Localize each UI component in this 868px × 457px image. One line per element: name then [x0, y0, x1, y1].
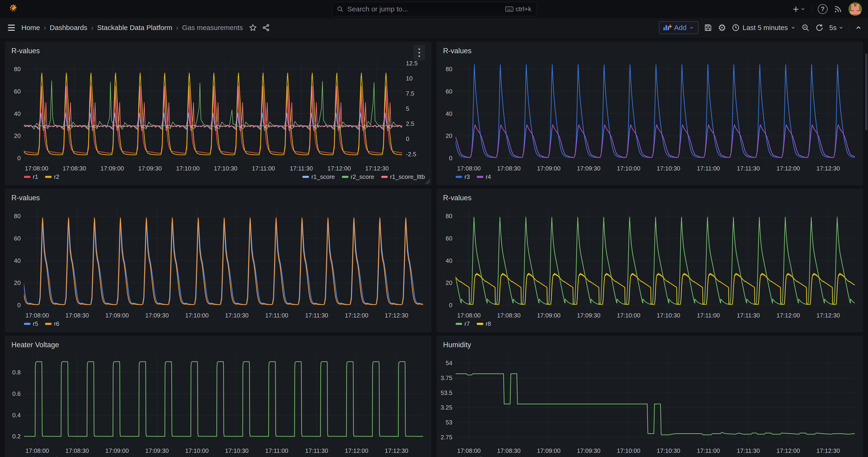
y-axis-tick-label: 0.4	[12, 412, 21, 419]
x-axis-tick-label: 17:12:00	[776, 312, 800, 319]
panel-title[interactable]: R-values	[9, 192, 427, 204]
save-dashboard-icon[interactable]	[704, 24, 712, 32]
x-axis-tick-label: 17:11:30	[290, 165, 313, 172]
panel-title[interactable]: Humidity	[441, 339, 859, 351]
y-axis-tick-label: 40	[14, 110, 21, 117]
panel-chart[interactable]: 52.755353.2553.553.755417:08:0017:08:301…	[441, 351, 859, 455]
add-button[interactable]: + Add	[659, 21, 698, 34]
panel: Humidity52.755353.2553.553.755417:08:001…	[437, 336, 863, 457]
y-axis-tick-label: 54	[445, 360, 453, 367]
x-axis-tick-label: 17:11:00	[252, 165, 275, 172]
x-axis-tick-label: 17:12:30	[365, 165, 389, 172]
legend-item-r1_score_lttb[interactable]: r1_score_lttb	[381, 173, 425, 180]
y-axis-tick-label: 20	[445, 279, 453, 286]
panel: R-values02040608017:08:0017:08:3017:09:0…	[5, 189, 431, 332]
x-axis-tick-label: 17:10:30	[657, 165, 680, 172]
x-axis-tick-label: 17:10:00	[617, 312, 640, 319]
panel-menu-icon[interactable]	[413, 45, 425, 60]
chevron-down-icon	[838, 25, 844, 30]
legend-swatch-icon	[45, 323, 52, 325]
favorite-star-icon[interactable]	[249, 24, 257, 32]
refresh-icon[interactable]	[815, 24, 824, 32]
y-axis-tick-label: 53.5	[441, 389, 453, 396]
refresh-interval-label: 5s	[829, 24, 837, 32]
news-rss-icon[interactable]	[834, 5, 842, 13]
x-axis-tick-label: 17:08:30	[65, 447, 89, 454]
chevron-down-icon	[689, 25, 694, 30]
legend-item-r3[interactable]: r3	[456, 173, 470, 180]
divider	[811, 4, 812, 14]
legend-label: r6	[54, 320, 59, 328]
x-axis-tick-label: 17:08:30	[63, 165, 86, 172]
breadcrumb-home[interactable]: Home	[21, 24, 40, 32]
x-axis-tick-label: 17:09:00	[537, 312, 560, 319]
legend-item-heatervoltage[interactable]: heatervoltage	[24, 456, 69, 457]
series-line-heatervoltage	[9, 362, 427, 436]
legend-item-r5[interactable]: r5	[24, 320, 38, 328]
legend-item-r1_score[interactable]: r1_score	[303, 173, 335, 180]
legend-item-r1[interactable]: r1	[24, 173, 38, 180]
y-axis-tick-label: 53.25	[441, 404, 453, 411]
user-avatar[interactable]	[848, 2, 862, 16]
legend-item-r4[interactable]: r4	[477, 173, 491, 180]
panel-chart[interactable]: 0.20.40.60.817:08:0017:08:3017:09:0017:0…	[9, 351, 427, 455]
x-axis-tick-label: 17:10:30	[657, 447, 680, 454]
x-axis-tick-label: 17:12:00	[776, 165, 800, 172]
panel-title[interactable]: Heater Voltage	[9, 339, 427, 351]
panel-chart[interactable]: 02040608017:08:0017:08:3017:09:0017:09:3…	[441, 57, 859, 173]
grafana-logo-icon[interactable]	[8, 4, 19, 14]
collapse-toolbar-icon[interactable]	[855, 24, 862, 31]
search-input[interactable]: Search or jump to... ctrl+k	[332, 2, 536, 16]
legend-swatch-icon	[45, 176, 52, 178]
x-axis-tick-label: 17:09:30	[138, 165, 162, 172]
x-axis-tick-label: 17:11:30	[737, 165, 760, 172]
dashboard-grid: R-values020406080-2.502.557.51012.517:08…	[0, 37, 868, 457]
panel-title[interactable]: R-values	[441, 45, 859, 57]
y-axis-right-tick-label: 7.5	[406, 90, 414, 97]
dashboard-toolbar: Home › Dashboards › Stackable Data Platf…	[0, 18, 868, 37]
keyboard-icon	[505, 6, 513, 12]
breadcrumb: Home › Dashboards › Stackable Data Platf…	[21, 24, 243, 32]
y-axis-tick-label: 80	[445, 66, 453, 72]
new-button[interactable]: +	[793, 4, 805, 14]
breadcrumb-dashboards[interactable]: Dashboards	[50, 24, 87, 32]
y-axis-tick-label: 53	[445, 419, 453, 426]
time-range-picker[interactable]: Last 5 minutes	[732, 24, 796, 32]
legend-item-humidity[interactable]: humidity	[456, 456, 487, 457]
panel-title[interactable]: R-values	[9, 45, 427, 57]
menu-toggle-icon[interactable]	[6, 23, 17, 33]
legend-item-r2_score[interactable]: r2_score	[342, 173, 374, 180]
zoom-out-icon[interactable]	[801, 24, 810, 32]
legend-item-r7[interactable]: r7	[456, 320, 470, 328]
panel-chart[interactable]: 020406080-2.502.557.51012.517:08:0017:08…	[9, 57, 427, 173]
panel-resize-handle[interactable]	[425, 179, 430, 184]
legend-label: r4	[486, 173, 491, 180]
x-axis-tick-label: 17:08:00	[457, 312, 481, 319]
panel-legend: heatervoltage	[9, 455, 427, 457]
legend-label: r3	[464, 173, 470, 180]
panel-chart[interactable]: 02040608017:08:0017:08:3017:09:0017:09:3…	[441, 204, 859, 320]
breadcrumb-folder[interactable]: Stackable Data Platform	[97, 24, 172, 32]
panel: R-values020406080-2.502.557.51012.517:08…	[5, 42, 431, 185]
settings-gear-icon[interactable]: ⚙	[718, 23, 726, 32]
panel-chart[interactable]: 02040608017:08:0017:08:3017:09:0017:09:3…	[9, 204, 427, 320]
x-axis-tick-label: 17:09:00	[105, 312, 129, 319]
legend-swatch-icon	[381, 176, 388, 178]
help-icon[interactable]: ?	[818, 4, 828, 14]
panel-title[interactable]: R-values	[441, 192, 859, 204]
add-panel-icon: +	[663, 25, 671, 30]
y-axis-right-tick-label: 5	[406, 105, 409, 112]
x-axis-tick-label: 17:09:30	[577, 165, 600, 172]
legend-item-r2[interactable]: r2	[45, 173, 59, 180]
legend-item-r8[interactable]: r8	[477, 320, 491, 328]
scrollbar[interactable]	[865, 54, 867, 130]
x-axis-tick-label: 17:11:00	[265, 312, 288, 319]
refresh-interval-picker[interactable]: 5s	[829, 24, 844, 32]
x-axis-tick-label: 17:10:00	[185, 312, 209, 319]
y-axis-tick-label: 20	[14, 279, 21, 286]
y-axis-tick-label: 60	[14, 235, 21, 242]
y-axis-tick-label: 60	[14, 88, 21, 95]
y-axis-tick-label: 60	[445, 235, 453, 242]
legend-item-r6[interactable]: r6	[45, 320, 59, 328]
share-icon[interactable]	[262, 24, 270, 32]
